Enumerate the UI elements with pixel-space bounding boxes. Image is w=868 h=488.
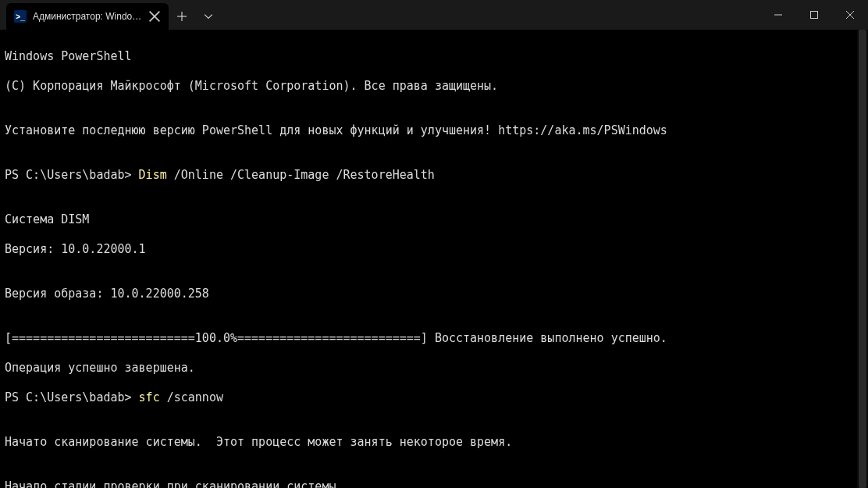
close-icon xyxy=(846,11,854,19)
prompt-line: PS C:\Users\badab> Dism /Online /Cleanup… xyxy=(5,168,863,183)
prompt-line: PS C:\Users\badab> sfc /scannow xyxy=(5,390,863,405)
maximize-icon xyxy=(810,11,818,19)
prompt-prefix: PS C:\Users\badab> xyxy=(5,168,139,182)
svg-rect-5 xyxy=(811,12,818,19)
terminal-window: >_ Администратор: Windows Pow xyxy=(0,0,868,488)
tab-dropdown-button[interactable] xyxy=(195,3,222,30)
output-line: Windows PowerShell xyxy=(5,49,863,64)
output-line: [==========================100.0%=======… xyxy=(5,331,863,346)
output-line: Система DISM xyxy=(5,212,863,227)
prompt-prefix: PS C:\Users\badab> xyxy=(5,390,139,404)
new-tab-button[interactable] xyxy=(169,3,195,30)
output-line: Версия образа: 10.0.22000.258 xyxy=(5,287,863,301)
titlebar: >_ Администратор: Windows Pow xyxy=(0,0,868,30)
tab-title: Администратор: Windows Pow xyxy=(33,11,142,22)
window-controls xyxy=(760,0,868,30)
titlebar-spacer[interactable] xyxy=(222,0,760,30)
command-args: /Online /Cleanup-Image /RestoreHealth xyxy=(167,168,435,182)
powershell-icon: >_ xyxy=(14,10,27,23)
command-name: sfc xyxy=(139,390,160,404)
chevron-down-icon xyxy=(204,12,213,21)
command-name: Dism xyxy=(139,168,167,182)
close-icon xyxy=(148,10,161,23)
minimize-button[interactable] xyxy=(760,0,796,30)
maximize-button[interactable] xyxy=(796,0,832,30)
tabs-strip: >_ Администратор: Windows Pow xyxy=(0,0,222,30)
output-line: Операция успешно завершена. xyxy=(5,361,863,376)
tab-close-button[interactable] xyxy=(148,10,161,23)
output-line: Версия: 10.0.22000.1 xyxy=(5,242,863,257)
tab-powershell[interactable]: >_ Администратор: Windows Pow xyxy=(6,3,169,30)
output-line: (C) Корпорация Майкрософт (Microsoft Cor… xyxy=(5,79,863,94)
command-args: /scannow xyxy=(160,390,223,404)
vertical-scrollbar[interactable] xyxy=(857,30,868,488)
output-line: Установите последнюю версию PowerShell д… xyxy=(5,123,863,138)
minimize-icon xyxy=(774,11,782,19)
output-line: Начало стадии проверки при сканировании … xyxy=(5,479,863,488)
plus-icon xyxy=(177,12,187,21)
scrollbar-thumb[interactable] xyxy=(859,30,866,488)
terminal-output[interactable]: Windows PowerShell (C) Корпорация Майкро… xyxy=(0,30,868,488)
window-close-button[interactable] xyxy=(832,0,868,30)
output-line: Начато сканирование системы. Этот процес… xyxy=(5,435,863,450)
